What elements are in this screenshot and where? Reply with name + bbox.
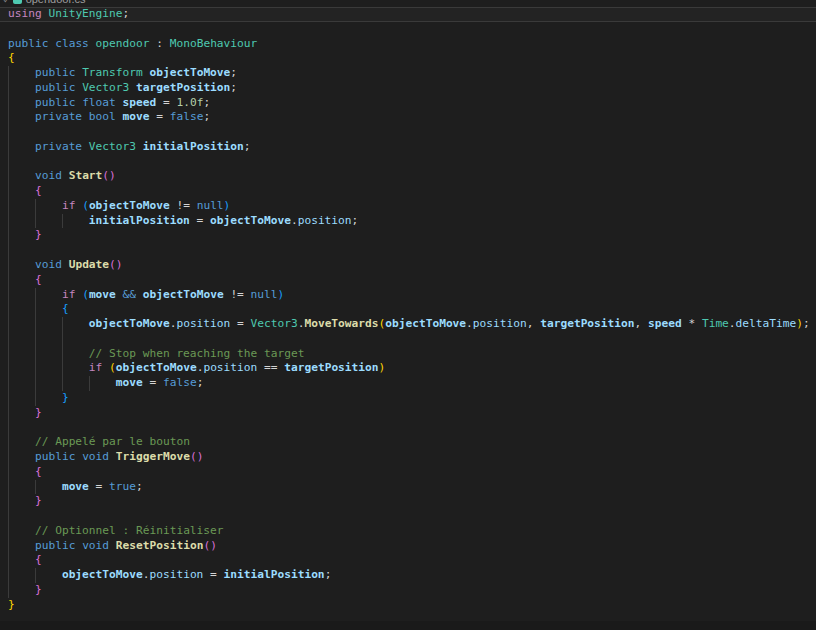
code-area[interactable]: using UnityEngine;public class opendoor … <box>0 7 816 612</box>
code-line: } <box>0 494 816 509</box>
code-line: void Start() <box>0 169 816 184</box>
code-line: } <box>0 228 816 243</box>
code-line: public void ResetPosition() <box>0 539 816 554</box>
code-line: move = false; <box>0 376 816 391</box>
code-line: move = true; <box>0 480 816 495</box>
code-line: { <box>0 273 816 288</box>
indent-guide <box>35 332 36 347</box>
code-line: objectToMove.position = Vector3.MoveTowa… <box>0 317 816 332</box>
code-line: public Vector3 targetPosition; <box>0 81 816 96</box>
code-line: { <box>0 553 816 568</box>
code-line: // Stop when reaching the target <box>0 347 816 362</box>
code-line: { <box>0 51 816 66</box>
code-line: private Vector3 initialPosition; <box>0 140 816 155</box>
breadcrumb-bar: ⌄ opendoor.cs <box>0 0 816 7</box>
code-line: } <box>0 583 816 598</box>
code-line <box>0 243 816 258</box>
code-line: initialPosition = objectToMove.position; <box>0 214 816 229</box>
code-line: objectToMove.position = initialPosition; <box>0 568 816 583</box>
code-line: public void TriggerMove() <box>0 450 816 465</box>
code-line: public Transform objectToMove; <box>0 66 816 81</box>
code-line: } <box>0 406 816 421</box>
indent-guide <box>8 420 9 435</box>
indent-guide <box>8 155 9 170</box>
code-line: } <box>0 598 816 613</box>
horizontal-scrollbar-track[interactable] <box>0 621 816 630</box>
code-line: void Update() <box>0 258 816 273</box>
code-line: using UnityEngine; <box>0 7 816 22</box>
code-line <box>0 125 816 140</box>
code-line <box>0 22 816 37</box>
indent-guide <box>62 332 63 347</box>
code-line: { <box>0 302 816 317</box>
code-line: public float speed = 1.0f; <box>0 96 816 111</box>
code-line <box>0 420 816 435</box>
csharp-file-icon <box>13 0 22 4</box>
indent-guide <box>8 243 9 258</box>
breadcrumb-filename[interactable]: opendoor.cs <box>26 0 86 5</box>
code-line <box>0 332 816 347</box>
code-line: private bool move = false; <box>0 110 816 125</box>
code-line: if (move && objectToMove != null) <box>0 288 816 303</box>
code-line: // Appelé par le bouton <box>0 435 816 450</box>
code-line <box>0 155 816 170</box>
code-line: } <box>0 391 816 406</box>
code-line: { <box>0 184 816 199</box>
indent-guide <box>8 332 9 347</box>
code-line: { <box>0 465 816 480</box>
code-line: public class opendoor : MonoBehaviour <box>0 37 816 52</box>
indent-guide <box>8 125 9 140</box>
code-line: // Optionnel : Réinitialiser <box>0 524 816 539</box>
code-line: if (objectToMove != null) <box>0 199 816 214</box>
code-line: if (objectToMove.position == targetPosit… <box>0 361 816 376</box>
code-line <box>0 509 816 524</box>
chevron-down-icon[interactable]: ⌄ <box>2 0 9 6</box>
editor-window: ⌄ opendoor.cs using UnityEngine;public c… <box>0 0 816 612</box>
indent-guide <box>8 509 9 524</box>
